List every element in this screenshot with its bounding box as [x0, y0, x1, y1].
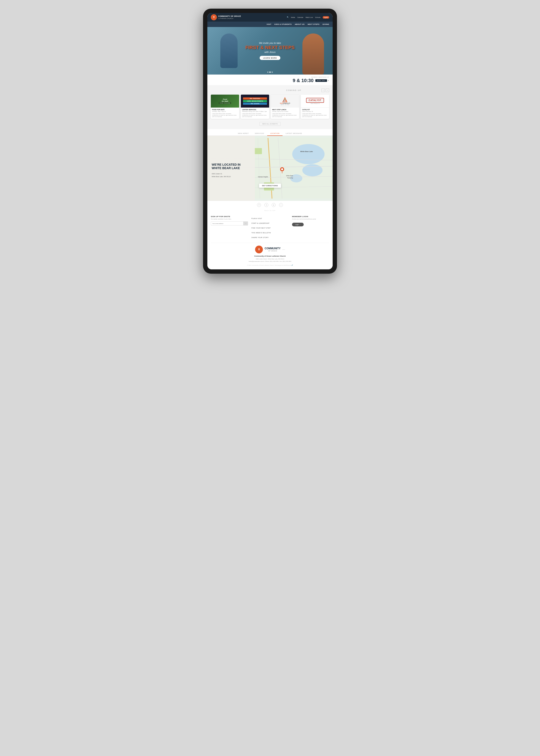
footer-church-name: Community of Grace Lutheran Church [211, 255, 329, 257]
footer-links-col: PLAN A VISIT STAFF & LEADERSHIP FIND YOU… [251, 215, 289, 239]
event-name-nextstep: Next Step Lunch [272, 109, 298, 110]
footer-link-plan-visit[interactable]: PLAN A VISIT [251, 215, 289, 220]
footer-login-btn[interactable]: Login → [292, 223, 304, 226]
hero-dots [267, 71, 273, 73]
tab-latest-message[interactable]: LATEST MESSAGE [283, 131, 305, 136]
event-body-lenten: Lenten Services Weekdays during Lent | 6… [241, 108, 269, 119]
nav-media[interactable]: Media [291, 17, 295, 18]
events-grid: Foodfor Haiti FOOD PACKING Food for Hait… [211, 95, 329, 119]
footer-login-subtitle: Access your myCommunityofGrace portal [292, 218, 329, 220]
nav-about-us[interactable]: About Us [295, 23, 305, 25]
top-nav: 🔍 Media Calendar Watch Live Schools myli… [287, 16, 329, 19]
food-title: Foodfor Haiti [219, 98, 231, 102]
event-image-catalyst: CATALYST Starts February 19 [301, 95, 329, 108]
svg-point-7 [302, 164, 323, 176]
footer-logo-icon: ✝ [255, 246, 263, 253]
footer-church-phone: hello@gracepeople.church / Phone: (651) … [211, 260, 329, 263]
footer-links-list: PLAN A VISIT STAFF & LEADERSHIP FIND YOU… [251, 215, 289, 239]
nav-arrows: ‹ › [322, 88, 329, 92]
tab-services[interactable]: SERVICES [252, 131, 267, 136]
nav-kids-students[interactable]: Kids & Students [274, 23, 292, 25]
hero-with: with Jesus [242, 51, 298, 53]
back-to-top[interactable]: BACK TO TOP [207, 209, 333, 212]
event-body-food: Food for Haiti Sundays, May 7 and 14 Lor… [211, 108, 239, 119]
footer-login-col: MEMEBER LOGIN Access your myCommunityofG… [292, 215, 329, 239]
logo-area: ✝ Community of Grace Lutheran Church [211, 14, 241, 20]
next-arrow[interactable]: › [326, 88, 329, 92]
nav-watch-live[interactable]: Watch Live [306, 17, 313, 18]
svg-point-2 [285, 99, 285, 100]
footer: SIGN UP FOR ENOTE Our weekly newsletter … [207, 212, 333, 269]
event-name-catalyst: Catalyst [302, 109, 328, 110]
footer-logo-text: Community of Grace [265, 247, 281, 252]
footer-input-row: → [211, 221, 248, 225]
hero-title: First & Next Steps [242, 45, 298, 50]
nav-calendar[interactable]: Calendar [297, 17, 303, 18]
svg-point-23 [281, 168, 283, 170]
device-screen: ✝ Community of Grace Lutheran Church 🔍 M… [207, 13, 333, 269]
footer-link-bulletin[interactable]: THIS WEEK'S BULLETIN [251, 230, 289, 235]
map-overlay: WE'RE LOCATED IN WHITE BEAR LAKE 4000 Li… [207, 136, 255, 201]
hero-learn-more-btn[interactable]: LEARN MORE [260, 56, 280, 60]
tab-new-here[interactable]: NEW HERE? [235, 131, 252, 136]
nav-giving[interactable]: Giving [323, 23, 329, 25]
event-body-catalyst: Catalyst Starts February 19 Lorem ipsum … [301, 108, 329, 119]
event-desc-food: Lorem ipsum dolor sit amet, consectetur … [212, 113, 238, 117]
nav-visit[interactable]: Visit [267, 23, 272, 25]
event-image-food: Foodfor Haiti FOOD PACKING [211, 95, 239, 108]
event-desc-catalyst: Lorem ipsum dolor sit amet, consectetur … [302, 113, 328, 117]
twitter-icon[interactable]: t [264, 203, 268, 207]
footer-copyright: © 2017 Community of Grace Lutheran Churc… [211, 264, 329, 266]
svg-text:Vadnais Heights: Vadnais Heights [258, 176, 268, 178]
svg-rect-16 [254, 148, 262, 154]
nextstep-logo: nextsteplunch April 23 - 11:45am [280, 97, 290, 105]
map-section: White Bear Lake White Bear Township Vadn… [207, 136, 333, 201]
hero-subtitle: We invite you to take [242, 42, 298, 44]
hero-section: We invite you to take First & Next Steps… [207, 27, 333, 74]
event-date-nextstep: Sunday, April 23 at 11:45am [272, 111, 298, 112]
footer-bottom: ✝ Community of Grace — Community of Grac… [211, 246, 329, 266]
footer-link-staff[interactable]: STAFF & LEADERSHIP [251, 220, 289, 225]
instagram-icon[interactable]: i [279, 203, 283, 207]
svg-point-4 [285, 100, 286, 101]
lenten-bar-refuge: 6:30PM - REFUGE (STUDENTS) [243, 100, 267, 102]
more-info-btn[interactable]: MORE INFO [315, 79, 327, 82]
nav-next-steps[interactable]: Next Steps [308, 23, 320, 25]
event-desc-lenten: Lorem ipsum dolor sit amet, consectetur … [242, 113, 268, 117]
see-all-btn[interactable]: SEE ALL EVENTS [259, 122, 281, 126]
svg-point-6 [292, 144, 325, 164]
footer-link-story[interactable]: SHARE YOUR STORY [251, 235, 289, 239]
nextstep-date: April 23 - 11:45am [281, 104, 289, 105]
hero-dot-3[interactable] [272, 71, 273, 73]
logo-icon: ✝ [211, 14, 217, 20]
footer-login-title: MEMEBER LOGIN [292, 215, 329, 217]
logo-text: Community of Grace Lutheran Church [218, 15, 241, 20]
svg-text:White Bear: White Bear [286, 175, 293, 177]
catalyst-text: CATALYST [309, 99, 322, 101]
vimeo-icon[interactable]: v [272, 203, 276, 207]
catalyst-badge: CATALYST [306, 98, 324, 103]
tab-location[interactable]: LOCATION [267, 131, 283, 136]
nav-search[interactable]: 🔍 [287, 16, 289, 18]
facebook-icon[interactable]: f [257, 203, 261, 207]
nav-schools[interactable]: Schools [315, 17, 321, 18]
hero-dot-2[interactable] [269, 71, 271, 73]
lenten-bar-traditional: 4PM - TRADITIONAL [243, 97, 267, 100]
sunday-services-bar: SUNDAY SERVICES AT 9 & 10:30 MORE INFO ▼ [207, 74, 333, 85]
event-card-food: Foodfor Haiti FOOD PACKING Food for Hait… [211, 95, 239, 119]
footer-email-submit[interactable]: → [243, 221, 248, 225]
coming-up-title: COMING UP [266, 89, 322, 91]
event-desc-nextstep: Lorem ipsum dolor sit amet, consectetur … [272, 113, 298, 117]
get-directions-btn[interactable]: GET DIRECTIONS [259, 184, 281, 188]
event-image-nextstep: nextsteplunch April 23 - 11:45am [271, 95, 299, 108]
nav-my-life[interactable]: mylife [323, 16, 329, 19]
svg-point-3 [284, 100, 285, 101]
event-card-catalyst: CATALYST Starts February 19 Catalyst Sta… [301, 95, 329, 119]
footer-link-next-step[interactable]: FIND YOUR NEXT STEP [251, 225, 289, 230]
hero-dot-1[interactable] [267, 71, 268, 73]
prev-arrow[interactable]: ‹ [322, 88, 325, 92]
footer-grid: SIGN UP FOR ENOTE Our weekly newsletter … [211, 215, 329, 239]
footer-email-input[interactable] [211, 221, 243, 225]
hero-person-right [302, 34, 324, 74]
footer-divider [211, 243, 329, 243]
